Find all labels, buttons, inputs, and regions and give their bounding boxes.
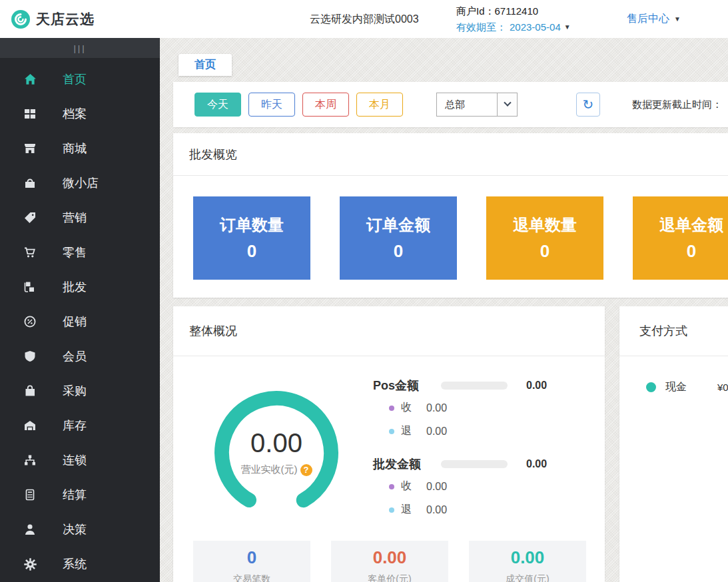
- stat-label: 成交值(元): [469, 573, 586, 582]
- sidebar-item-label: 促销: [63, 314, 87, 330]
- sub-value: 0.00: [426, 481, 447, 493]
- sidebar-item-archives[interactable]: 档案: [0, 97, 160, 131]
- gauge-value: 0.00: [210, 428, 343, 458]
- sidebar-item-inventory[interactable]: 库存: [0, 408, 160, 443]
- overall-overview-panel: 整体概况 0.00 营业实收(元) ? Pos金额 0.00: [173, 306, 605, 582]
- payment-dot-icon: [646, 382, 656, 392]
- sub-value: 0.00: [426, 426, 447, 437]
- chevron-down-icon: ▼: [674, 15, 681, 23]
- percent-badge-icon: [23, 314, 37, 329]
- card-value: 0: [687, 241, 696, 262]
- collapse-handle-icon: |||: [73, 43, 86, 53]
- logo-icon: [11, 9, 31, 29]
- gear-icon: [23, 557, 37, 571]
- stat-transaction-value: 0.00 成交值(元): [469, 541, 586, 582]
- sidebar-item-chain[interactable]: 连锁: [0, 443, 160, 477]
- sidebar-item-retail[interactable]: 零售: [0, 235, 160, 270]
- sidebar-item-purchasing[interactable]: 采购: [0, 374, 160, 408]
- filter-toolbar: 今天 昨天 本周 本月 总部 ↻ 数据更新截止时间：: [173, 82, 728, 127]
- shop-icon: [23, 176, 37, 190]
- panel-title: 整体概况: [173, 306, 605, 356]
- select-arrow[interactable]: [497, 93, 517, 116]
- sidebar-item-wholesale[interactable]: 批发: [0, 270, 160, 304]
- sidebar-item-marketing[interactable]: 营销: [0, 200, 160, 235]
- validity-dropdown[interactable]: 有效期至： 2023-05-04 ▼: [456, 19, 571, 35]
- branch-select[interactable]: 总部: [436, 93, 518, 117]
- metric-sub-refund: 退 0.00: [373, 420, 593, 443]
- card-label: 订单金额: [366, 214, 430, 236]
- app-logo[interactable]: 天店云选: [11, 0, 95, 38]
- service-center-link[interactable]: 售后中心 ▼: [627, 0, 681, 38]
- metric-sub-receive: 收 0.00: [373, 396, 593, 420]
- stat-card-refund-count: 退单数量 0: [486, 196, 603, 280]
- stat-label: 客单价(元): [331, 573, 448, 582]
- stat-cards: 订单数量 0 订单金额 0 退单数量 0 退单金额 0: [193, 196, 728, 280]
- sidebar-item-label: 微小店: [63, 175, 99, 191]
- sidebar-item-label: 零售: [63, 244, 87, 260]
- card-label: 退单金额: [659, 214, 723, 236]
- help-icon[interactable]: ?: [300, 464, 312, 476]
- tab-home[interactable]: 首页: [179, 54, 232, 76]
- summary-stats: 0 交易笔数 0.00 客单价(元) 0.00 成交值(元): [193, 541, 586, 582]
- sub-label: 收: [401, 479, 412, 493]
- card-label: 订单数量: [220, 214, 284, 236]
- filter-month-button[interactable]: 本月: [356, 93, 403, 117]
- card-value: 0: [394, 241, 403, 262]
- update-time-label: 数据更新截止时间：: [632, 99, 722, 111]
- calculator-icon: [23, 487, 37, 502]
- person-icon: [23, 522, 37, 537]
- panel-title: 支付方式: [619, 306, 728, 356]
- sub-value: 0.00: [426, 402, 447, 414]
- progress-bar: [441, 382, 508, 390]
- metric-sub-receive: 收 0.00: [373, 475, 593, 498]
- filter-week-button[interactable]: 本周: [302, 93, 349, 117]
- metric-wholesale-amount: 批发金额 0.00 收 0.00 退 0.00: [373, 453, 593, 521]
- payment-methods-panel: 支付方式 现金 ¥0.00: [619, 306, 728, 582]
- filter-today-button[interactable]: 今天: [194, 93, 241, 117]
- sidebar-collapse-handle[interactable]: |||: [0, 38, 160, 58]
- refresh-icon: ↻: [583, 97, 594, 113]
- shield-icon: [23, 349, 37, 364]
- stat-value: 0: [193, 547, 310, 567]
- validity-label: 有效期至：: [456, 19, 506, 35]
- sidebar-item-home[interactable]: 首页: [0, 62, 160, 97]
- sidebar-item-members[interactable]: 会员: [0, 339, 160, 374]
- merchant-info: 商户Id：67112410 有效期至： 2023-05-04 ▼: [456, 3, 571, 35]
- sidebar-item-decision[interactable]: 决策: [0, 512, 160, 547]
- wholesale-overview-panel: 批发概览 订单数量 0 订单金额 0 退单数量 0 退单金额 0: [173, 133, 728, 298]
- payment-row-cash: 现金 ¥0.00: [619, 380, 728, 394]
- receive-dot-icon: [389, 484, 394, 489]
- bag-icon: [23, 384, 37, 398]
- boxes-icon: [23, 280, 37, 294]
- sub-value: 0.00: [426, 504, 447, 516]
- gauge-label: 营业实收(元): [241, 463, 298, 476]
- sidebar-item-microstore[interactable]: 微小店: [0, 166, 160, 200]
- sidebar-item-system[interactable]: 系统: [0, 547, 160, 581]
- validity-date: 2023-05-04: [510, 19, 561, 35]
- refund-dot-icon: [389, 507, 394, 513]
- warehouse-icon: [23, 418, 37, 433]
- payment-label: 现金: [665, 380, 687, 394]
- metric-value: 0.00: [526, 458, 547, 470]
- sub-label: 退: [401, 503, 412, 517]
- filter-yesterday-button[interactable]: 昨天: [248, 93, 295, 117]
- gauge-center: 0.00 营业实收(元) ?: [210, 428, 343, 476]
- refund-dot-icon: [389, 429, 394, 434]
- sidebar-item-label: 批发: [63, 279, 87, 295]
- merchant-name: 云选研发内部测试0003: [310, 0, 419, 38]
- chevron-down-icon: [504, 99, 511, 107]
- tag-icon: [23, 210, 37, 225]
- sidebar-item-label: 决策: [63, 521, 87, 537]
- sub-label: 退: [401, 424, 412, 438]
- archive-icon: [23, 107, 37, 121]
- refresh-button[interactable]: ↻: [576, 93, 600, 117]
- sidebar-item-mall[interactable]: 商城: [0, 131, 160, 166]
- merchant-id: 商户Id：67112410: [456, 3, 571, 19]
- card-value: 0: [540, 241, 549, 262]
- sidebar-item-label: 系统: [63, 556, 87, 572]
- sidebar-item-label: 库存: [63, 418, 87, 434]
- sidebar-item-label: 营销: [63, 210, 87, 226]
- sidebar-item-settlement[interactable]: 结算: [0, 477, 160, 512]
- metric-sub-refund: 退 0.00: [373, 498, 593, 521]
- sidebar-item-promotion[interactable]: 促销: [0, 304, 160, 339]
